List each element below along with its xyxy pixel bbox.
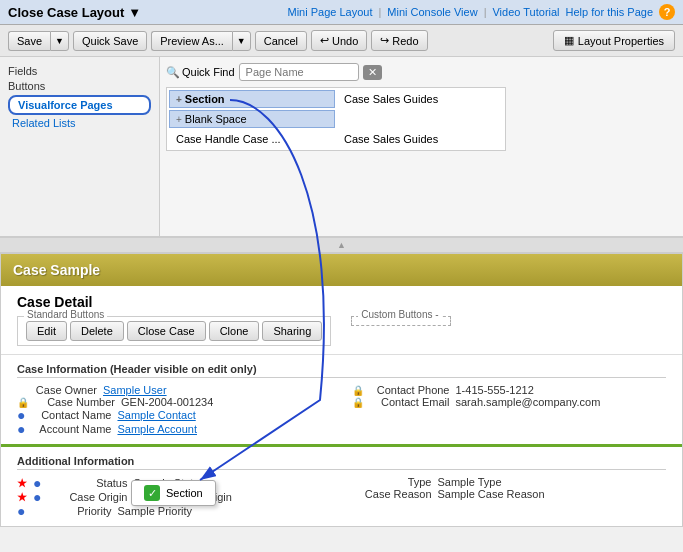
buttons-label[interactable]: Buttons [8, 80, 151, 92]
case-owner-row: Case Owner Sample User [17, 384, 332, 396]
top-bar-links: Mini Page Layout | Mini Console View | V… [287, 4, 675, 20]
contact-email-label: Contact Email [370, 396, 450, 408]
type-value: Sample Type [438, 476, 502, 488]
undo-button[interactable]: ↩ Undo [311, 30, 367, 51]
case-detail-title: Case Detail [17, 294, 666, 310]
fields-label[interactable]: Fields [8, 65, 151, 77]
case-owner-value[interactable]: Sample User [103, 384, 167, 396]
priority-value: Sample Priority [117, 505, 192, 517]
case-reason-value: Sample Case Reason [438, 488, 545, 500]
toolbar: Save ▼ Quick Save Preview As... ▼ Cancel… [0, 25, 683, 57]
section-label: Section [185, 93, 225, 105]
layout-properties-button[interactable]: ▦ Layout Properties [553, 30, 675, 51]
case-info-header: Case Information (Header visible on edit… [17, 363, 666, 378]
sharing-button[interactable]: Sharing [262, 321, 322, 341]
page-wrapper: Close Case Layout ▼ Mini Page Layout | M… [0, 0, 683, 527]
blank-space-label: Blank Space [185, 113, 247, 125]
help-icon[interactable]: ? [659, 4, 675, 20]
save-button[interactable]: Save [8, 31, 50, 51]
contact-name-row: ● Contact Name Sample Contact [17, 408, 332, 422]
drag-check-icon: ✓ [144, 485, 160, 501]
preview-dropdown-button[interactable]: ▼ [232, 31, 251, 51]
dot-4: ● [33, 490, 41, 504]
lock-icon-3: 🔒 [352, 397, 364, 408]
case-reason-label: Case Reason [352, 488, 432, 500]
fields-grid: + Section Case Sales Guides + Blank Spac… [166, 87, 506, 151]
section-field-item[interactable]: + Section [169, 90, 335, 108]
save-button-group: Save ▼ [8, 31, 69, 51]
dot-5: ● [17, 504, 25, 518]
priority-row: ● Priority Sample Priority [17, 504, 332, 518]
clone-button[interactable]: Clone [209, 321, 260, 341]
additional-header: Additional Information [17, 455, 666, 470]
blank-space-item[interactable]: + Blank Space [169, 110, 335, 128]
close-case-button[interactable]: Close Case [127, 321, 206, 341]
right-fields: 🔒 Contact Phone 1-415-555-1212 🔒 Contact… [352, 384, 667, 436]
case-handle-item[interactable]: Case Handle Case ... [169, 130, 335, 148]
dropdown-icon[interactable]: ▼ [128, 5, 141, 20]
mini-page-layout-link[interactable]: Mini Page Layout [287, 6, 372, 18]
close-case-layout-title: Close Case Layout [8, 5, 124, 20]
related-lists-item[interactable]: Related Lists [8, 115, 151, 131]
top-bar: Close Case Layout ▼ Mini Page Layout | M… [0, 0, 683, 25]
contact-email-value: sarah.sample@company.com [456, 396, 601, 408]
visualforce-pages-item[interactable]: Visualforce Pages [8, 95, 151, 115]
custom-buttons-label: Custom Buttons - [358, 309, 441, 320]
case-owner-label: Case Owner [17, 384, 97, 396]
redo-button[interactable]: ↪ Redo [371, 30, 427, 51]
drag-indicator: ✓ Section [131, 480, 216, 506]
required-star-2: ★ [17, 491, 27, 504]
case-sales-guides-item[interactable]: Case Sales Guides [337, 90, 503, 108]
preview-area: Case Sample Case Detail Standard Buttons… [0, 253, 683, 527]
cancel-button[interactable]: Cancel [255, 31, 307, 51]
quick-save-button[interactable]: Quick Save [73, 31, 147, 51]
help-page-link[interactable]: Help for this Page [566, 6, 653, 18]
section-icon: + [176, 94, 182, 105]
case-number-label: Case Number [35, 396, 115, 408]
contact-name-value[interactable]: Sample Contact [117, 409, 195, 421]
account-name-row: ● Account Name Sample Account [17, 422, 332, 436]
resize-handle[interactable]: ▲ [0, 237, 683, 253]
mini-console-view-link[interactable]: Mini Console View [387, 6, 477, 18]
video-tutorial-link[interactable]: Video Tutorial [492, 6, 559, 18]
account-name-label: Account Name [31, 423, 111, 435]
dot-2: ● [17, 422, 25, 436]
quick-find-bar: 🔍 Quick Find ✕ [166, 63, 677, 81]
case-info-section: Case Information (Header visible on edit… [1, 355, 682, 447]
case-sales-guides-2-item[interactable]: Case Sales Guides [337, 130, 503, 148]
contact-phone-label: Contact Phone [370, 384, 450, 396]
standard-buttons-label: Standard Buttons [24, 309, 107, 320]
save-dropdown-button[interactable]: ▼ [50, 31, 69, 51]
left-panel: Fields Buttons Visualforce Pages Related… [0, 57, 160, 236]
case-origin-label: Case Origin [47, 491, 127, 503]
redo-icon: ↪ [380, 34, 389, 47]
layout-icon: ▦ [564, 34, 574, 47]
edit-button[interactable]: Edit [26, 321, 67, 341]
preview-button-group: Preview As... ▼ [151, 31, 251, 51]
delete-button[interactable]: Delete [70, 321, 124, 341]
page-title: Close Case Layout ▼ [8, 5, 141, 20]
type-label: Type [352, 476, 432, 488]
type-row: Type Sample Type [352, 476, 667, 488]
case-detail-section: Case Detail Standard Buttons Edit Delete… [1, 286, 682, 355]
lock-icon-1: 🔒 [17, 397, 29, 408]
quick-find-clear-button[interactable]: ✕ [363, 65, 382, 80]
right-panel: 🔍 Quick Find ✕ + Section Case Sales Guid… [160, 57, 683, 236]
blank-icon: + [176, 114, 182, 125]
account-name-value[interactable]: Sample Account [117, 423, 197, 435]
contact-email-row: 🔒 Contact Email sarah.sample@company.com [352, 396, 667, 408]
custom-buttons-group: Custom Buttons - [351, 316, 451, 326]
contact-name-label: Contact Name [31, 409, 111, 421]
preview-as-button[interactable]: Preview As... [151, 31, 232, 51]
dot-3: ● [33, 476, 41, 490]
dot-1: ● [17, 408, 25, 422]
additional-fields: ★ ● Status Sample Status ★ ● Case Origin… [17, 476, 666, 518]
quick-find-input[interactable] [239, 63, 359, 81]
case-reason-row: Case Reason Sample Case Reason [352, 488, 667, 500]
case-sample-header: Case Sample [1, 254, 682, 286]
case-info-fields: Case Owner Sample User 🔒 Case Number GEN… [17, 384, 666, 436]
case-number-value: GEN-2004-001234 [121, 396, 213, 408]
buttons-row: Standard Buttons Edit Delete Close Case … [17, 316, 666, 346]
contact-phone-row: 🔒 Contact Phone 1-415-555-1212 [352, 384, 667, 396]
left-fields: Case Owner Sample User 🔒 Case Number GEN… [17, 384, 332, 436]
